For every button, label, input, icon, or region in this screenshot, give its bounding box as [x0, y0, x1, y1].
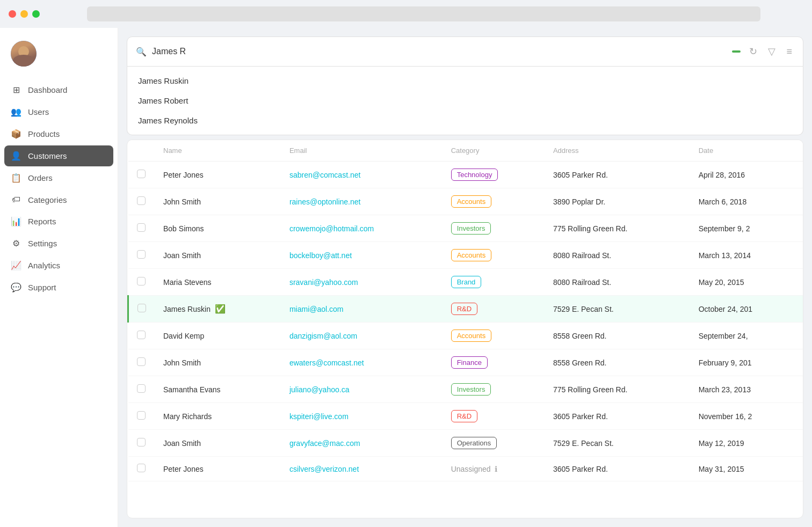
customer-name: Joan Smith — [163, 251, 201, 260]
customer-address-cell: 3890 Poplar Dr. — [545, 188, 690, 215]
menu-button[interactable]: ≡ — [784, 44, 794, 60]
customer-name-cell: Bob Simons — [155, 215, 281, 242]
header-date: Date — [690, 140, 803, 162]
customer-date-cell: March 13, 2014 — [690, 242, 803, 269]
table-row: John Smith ewaters@comcast.net Finance 8… — [128, 349, 803, 376]
sidebar-item-label-reports: Reports — [28, 217, 56, 226]
customer-email-cell: ewaters@comcast.net — [281, 349, 443, 376]
customer-address-cell: 8558 Green Rd. — [545, 349, 690, 376]
customer-email[interactable]: crowemojo@hotmail.com — [289, 224, 374, 233]
customer-email[interactable]: gravyface@mac.com — [289, 439, 360, 448]
customer-address-cell: 3605 Parker Rd. — [545, 403, 690, 430]
suggestion-item[interactable]: James Ruskin — [127, 71, 803, 91]
customer-email-cell: sabren@comcast.net — [281, 162, 443, 188]
search-input[interactable] — [152, 47, 727, 56]
customer-address-cell: 7529 E. Pecan St. — [545, 296, 690, 323]
customer-name-cell: James Ruskin ✅ — [155, 296, 281, 323]
customer-email[interactable]: kspiteri@live.com — [289, 412, 349, 421]
row-checkbox[interactable] — [137, 304, 146, 312]
sidebar-item-settings[interactable]: ⚙ Settings — [4, 233, 113, 254]
search-container: 🔍 ↻ ▽ ≡ James RuskinJames RobertJames Re… — [127, 36, 803, 135]
customer-email[interactable]: danzigism@aol.com — [289, 332, 357, 340]
refresh-button[interactable]: ↻ — [747, 43, 759, 60]
customer-category-cell: R&D — [443, 403, 545, 430]
customer-category-cell: Unassigned ℹ — [443, 457, 545, 481]
info-icon[interactable]: ℹ — [495, 465, 497, 473]
category-tag: Accounts — [451, 249, 491, 261]
customer-name: Joan Smith — [163, 439, 201, 448]
customer-name-cell: Samantha Evans — [155, 376, 281, 403]
row-checkbox[interactable] — [137, 170, 146, 178]
verified-icon: ✅ — [215, 304, 226, 314]
sidebar-item-customers[interactable]: 👤 Customers — [4, 145, 113, 166]
customer-email[interactable]: juliano@yahoo.ca — [289, 385, 350, 394]
row-checkbox[interactable] — [137, 196, 146, 205]
customer-email[interactable]: ewaters@comcast.net — [289, 358, 364, 367]
row-checkbox[interactable] — [137, 438, 146, 447]
row-checkbox[interactable] — [137, 277, 146, 286]
customer-name-verified: James Ruskin ✅ — [163, 304, 272, 314]
filter-button[interactable]: ▽ — [766, 43, 778, 60]
sidebar-item-analytics[interactable]: 📈 Analytics — [4, 255, 113, 276]
customer-name-cell: Maria Stevens — [155, 269, 281, 296]
row-checkbox[interactable] — [137, 357, 146, 366]
row-checkbox[interactable] — [137, 223, 146, 232]
customer-name-cell: John Smith — [155, 349, 281, 376]
sidebar-item-reports[interactable]: 📊 Reports — [4, 211, 113, 232]
close-button[interactable] — [9, 10, 16, 18]
customer-address-cell: 3605 Parker Rd. — [545, 162, 690, 188]
customer-name: Mary Richards — [163, 412, 212, 421]
row-checkbox[interactable] — [137, 411, 146, 420]
table-row: John Smith raines@optonline.net Accounts… — [128, 188, 803, 215]
sidebar-item-label-analytics: Analytics — [28, 261, 60, 270]
search-actions: ↻ ▽ ≡ — [732, 43, 794, 60]
customer-email[interactable]: miami@aol.com — [289, 305, 344, 313]
category-tag: Investors — [451, 383, 491, 396]
row-checkbox-cell — [128, 376, 155, 403]
sidebar-item-categories[interactable]: 🏷 Categories — [4, 189, 113, 210]
header-category: Category — [443, 140, 545, 162]
table-row: Mary Richards kspiteri@live.com R&D 3605… — [128, 403, 803, 430]
customer-name-cell: Mary Richards — [155, 403, 281, 430]
row-checkbox[interactable] — [137, 384, 146, 393]
sidebar-item-orders[interactable]: 📋 Orders — [4, 167, 113, 188]
customer-email-cell: csilvers@verizon.net — [281, 457, 443, 481]
customer-date-cell: March 23, 2013 — [690, 376, 803, 403]
suggestion-item[interactable]: James Robert — [127, 91, 803, 111]
sidebar-item-dashboard[interactable]: ⊞ Dashboard — [4, 79, 113, 100]
table-row: David Kemp danzigism@aol.com Accounts 85… — [128, 323, 803, 349]
customer-email[interactable]: raines@optonline.net — [289, 197, 361, 206]
maximize-button[interactable] — [32, 10, 40, 18]
row-checkbox[interactable] — [137, 331, 146, 339]
customer-date-cell: May 20, 2015 — [690, 269, 803, 296]
customer-name: Maria Stevens — [163, 278, 211, 287]
row-checkbox[interactable] — [137, 464, 146, 472]
titlebar-search — [87, 6, 760, 21]
sidebar-item-users[interactable]: 👥 Users — [4, 101, 113, 122]
row-checkbox-cell — [128, 403, 155, 430]
sidebar-item-label-users: Users — [28, 107, 49, 116]
sidebar-item-support[interactable]: 💬 Support — [4, 277, 113, 298]
customer-name: John Smith — [163, 358, 201, 367]
customer-name: Samantha Evans — [163, 385, 221, 394]
customer-category-cell: Technology — [443, 162, 545, 188]
row-checkbox[interactable] — [137, 250, 146, 259]
category-tag: R&D — [451, 303, 477, 315]
settings-icon: ⚙ — [11, 238, 21, 248]
customer-category-cell: Brand — [443, 269, 545, 296]
customer-email-cell: kspiteri@live.com — [281, 403, 443, 430]
customer-email[interactable]: bockelboy@att.net — [289, 251, 352, 260]
header-checkbox — [128, 140, 155, 162]
customer-email[interactable]: csilvers@verizon.net — [289, 465, 359, 473]
category-tag: Accounts — [451, 330, 491, 342]
customer-email[interactable]: sravani@yahoo.com — [289, 278, 358, 287]
customer-email[interactable]: sabren@comcast.net — [289, 171, 361, 179]
sidebar-item-label-products: Products — [28, 129, 60, 138]
table-header: Name Email Category Address Date — [128, 140, 803, 162]
minimize-button[interactable] — [20, 10, 28, 18]
sidebar-item-products[interactable]: 📦 Products — [4, 123, 113, 144]
header-name: Name — [155, 140, 281, 162]
category-tag: R&D — [451, 410, 477, 422]
suggestion-item[interactable]: James Reynolds — [127, 111, 803, 130]
category-tag: Accounts — [451, 195, 491, 208]
